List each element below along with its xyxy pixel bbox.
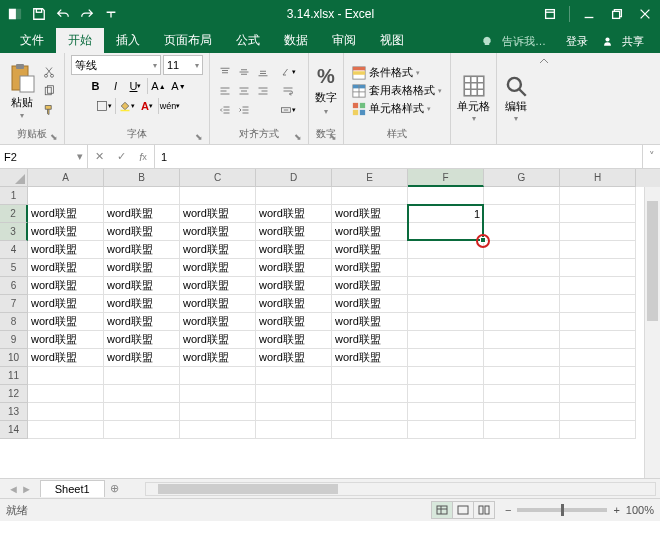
cell[interactable]: word联盟 [180,313,256,331]
cell[interactable]: word联盟 [28,259,104,277]
qat-undo-icon[interactable] [52,3,74,25]
cell[interactable] [408,313,484,331]
cell[interactable] [560,295,636,313]
cell[interactable] [560,349,636,367]
view-pagebreak-icon[interactable] [473,501,495,519]
column-header[interactable]: F [408,169,484,187]
cell[interactable]: word联盟 [332,277,408,295]
row-header[interactable]: 6 [0,277,28,295]
zoom-out-icon[interactable]: − [505,504,511,516]
row-header[interactable]: 1 [0,187,28,205]
expand-formula-icon[interactable]: ˅ [642,145,660,168]
cell[interactable] [408,403,484,421]
cell[interactable]: word联盟 [332,259,408,277]
cell[interactable]: word联盟 [256,223,332,241]
cell[interactable] [104,421,180,439]
cell[interactable]: word联盟 [332,331,408,349]
cell[interactable] [560,367,636,385]
row-header[interactable]: 14 [0,421,28,439]
cell[interactable] [560,277,636,295]
paste-icon[interactable] [6,62,38,94]
cell[interactable] [484,259,560,277]
row-header[interactable]: 12 [0,385,28,403]
align-right-icon[interactable] [254,82,272,100]
tab-insert[interactable]: 插入 [104,28,152,53]
launcher-icon[interactable]: ⬊ [195,132,203,142]
collapse-ribbon-icon[interactable] [535,53,553,143]
cell[interactable] [408,367,484,385]
row-header[interactable]: 13 [0,403,28,421]
paste-label[interactable]: 粘贴 [11,95,33,110]
align-bottom-icon[interactable] [254,63,272,81]
cell[interactable] [484,421,560,439]
cell[interactable]: word联盟 [332,223,408,241]
cell[interactable] [484,277,560,295]
cell[interactable] [560,187,636,205]
decrease-font-icon[interactable]: A▼ [170,77,188,95]
cell[interactable] [256,367,332,385]
border-icon[interactable]: ▾ [95,97,113,115]
column-header[interactable]: C [180,169,256,187]
tell-me[interactable]: 告诉我… [475,30,558,53]
cell[interactable] [104,367,180,385]
launcher-icon[interactable]: ⬊ [329,132,337,142]
cell[interactable]: word联盟 [104,295,180,313]
cell[interactable] [408,187,484,205]
select-all-corner[interactable] [0,169,28,187]
cut-icon[interactable] [40,63,58,81]
accept-formula-icon[interactable]: ✓ [110,150,132,163]
tab-formulas[interactable]: 公式 [224,28,272,53]
cell[interactable] [180,187,256,205]
vertical-scrollbar[interactable] [644,187,660,478]
cell[interactable]: word联盟 [28,349,104,367]
cell[interactable] [484,331,560,349]
cell[interactable]: word联盟 [28,331,104,349]
name-box[interactable]: F2▾ [0,145,88,168]
tab-file[interactable]: 文件 [8,28,56,53]
cell[interactable] [332,403,408,421]
cell[interactable] [560,205,636,223]
add-sheet-icon[interactable]: ⊕ [105,479,125,499]
row-header[interactable]: 2 [0,205,28,223]
cell[interactable]: word联盟 [28,295,104,313]
cells-label[interactable]: 单元格 [457,99,490,114]
minimize-icon[interactable] [578,3,600,25]
fill-color-icon[interactable]: ▾ [118,97,136,115]
view-layout-icon[interactable] [452,501,474,519]
row-header[interactable]: 5 [0,259,28,277]
cell[interactable] [28,403,104,421]
wrap-text-icon[interactable] [274,82,302,100]
cell[interactable]: word联盟 [180,259,256,277]
cell[interactable]: word联盟 [332,295,408,313]
cell[interactable] [484,295,560,313]
restore-icon[interactable] [606,3,628,25]
cell[interactable] [28,187,104,205]
column-header[interactable]: D [256,169,332,187]
qat-redo-icon[interactable] [76,3,98,25]
cell[interactable] [104,385,180,403]
zoom-level[interactable]: 100% [626,504,654,516]
find-icon[interactable] [503,73,529,99]
cell-styles-button[interactable]: 单元格样式▾ [350,100,444,117]
cell[interactable]: word联盟 [104,349,180,367]
tab-view[interactable]: 视图 [368,28,416,53]
qat-customize-icon[interactable] [100,3,122,25]
cell[interactable]: word联盟 [180,241,256,259]
cell[interactable]: word联盟 [332,205,408,223]
align-middle-icon[interactable] [235,63,253,81]
cell[interactable] [408,223,484,241]
column-header[interactable]: B [104,169,180,187]
launcher-icon[interactable]: ⬊ [294,132,302,142]
cell[interactable]: word联盟 [256,241,332,259]
format-painter-icon[interactable] [40,101,58,119]
cell[interactable] [560,403,636,421]
bold-button[interactable]: B [87,77,105,95]
cell[interactable]: word联盟 [256,205,332,223]
cell[interactable]: word联盟 [104,331,180,349]
cell[interactable]: word联盟 [180,205,256,223]
cell[interactable] [180,367,256,385]
phonetic-icon[interactable]: wén▾ [161,97,179,115]
cell[interactable] [28,421,104,439]
ribbon-options-icon[interactable] [539,3,561,25]
tab-layout[interactable]: 页面布局 [152,28,224,53]
